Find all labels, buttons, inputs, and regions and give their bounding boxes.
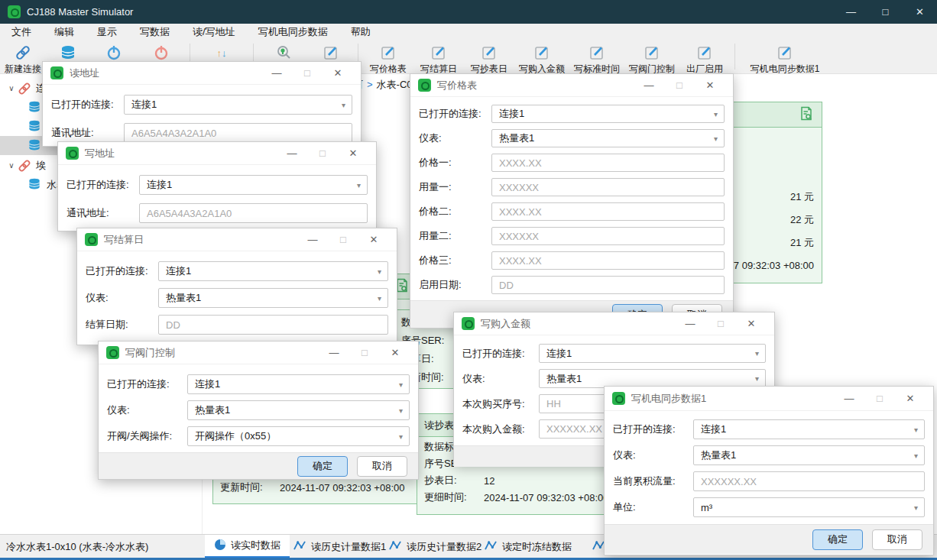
menu-view[interactable]: 显示	[86, 25, 128, 39]
enable-date-input[interactable]: DD	[491, 276, 725, 294]
chevron-down-icon[interactable]: ∨	[6, 161, 17, 170]
dialog-minimize-button[interactable]: —	[297, 234, 328, 245]
cancel-button[interactable]: 取消	[872, 529, 922, 550]
factory-enable-button[interactable]: 出厂启用	[679, 40, 730, 76]
dialog-maximize-button[interactable]: □	[328, 234, 358, 245]
dialog-titlebar[interactable]: 读地址 — □ ✕	[43, 62, 361, 85]
dialog-titlebar[interactable]: 写地址 — □ ✕	[58, 142, 376, 165]
dialog-titlebar[interactable]: 写结算日 — □ ✕	[77, 228, 397, 251]
dialog-minimize-button[interactable]: —	[634, 79, 664, 91]
connection-select[interactable]: 连接1 ▾	[693, 419, 925, 439]
dialog-maximize-button[interactable]: □	[705, 318, 736, 329]
dialog-close-button[interactable]: ✕	[323, 67, 353, 79]
connection-select[interactable]: 连接1 ▾	[158, 261, 388, 281]
connection-select[interactable]: 连接1 ▾	[539, 344, 766, 363]
connection-select[interactable]: 连接1 ▾	[139, 175, 368, 195]
dialog-close-button[interactable]: ✕	[338, 147, 368, 159]
write-sync-data-button[interactable]: 写机电同步数据1	[740, 40, 830, 76]
window-minimize-button[interactable]: —	[834, 0, 868, 24]
window-maximize-button[interactable]: □	[868, 0, 903, 24]
breadcrumb-segment[interactable]: 水表-C0	[377, 79, 413, 90]
menu-edit[interactable]: 编辑	[43, 25, 86, 39]
menu-write-data[interactable]: 写数据	[128, 25, 181, 39]
window-close-button[interactable]: ✕	[903, 0, 937, 24]
tab-history-data1[interactable]: 读历史计量数据1	[284, 535, 395, 558]
write-meter-day-button[interactable]: 写抄表日	[464, 40, 514, 76]
dialog-close-button[interactable]: ✕	[895, 393, 926, 404]
tab-history-data2[interactable]: 读历史计量数据2	[380, 535, 491, 558]
disconnect-power-button[interactable]	[138, 40, 185, 62]
dialog-maximize-button[interactable]: □	[349, 347, 380, 358]
field-label: 已打开的连接:	[462, 347, 539, 361]
write-price-table-button[interactable]: 写价格表	[363, 40, 413, 76]
search-toolbar-button[interactable]	[258, 40, 309, 62]
usage2-input[interactable]: XXXXXX	[491, 227, 725, 245]
edit-toolbar-button[interactable]	[309, 40, 353, 62]
meter-select[interactable]: 热量表1 ▾	[158, 288, 388, 308]
unit-select[interactable]: m³ ▾	[693, 497, 925, 517]
input-placeholder: DD	[499, 280, 514, 291]
new-connection-button[interactable]: 新建连接	[0, 40, 46, 76]
dialog-maximize-button[interactable]: □	[664, 79, 695, 91]
connection-select[interactable]: 连接1 ▾	[491, 105, 725, 123]
dialog-minimize-button[interactable]: —	[277, 147, 307, 159]
menu-file[interactable]: 文件	[0, 25, 43, 39]
meter-select[interactable]: 热量表1 ▾	[187, 400, 410, 420]
menu-sync-data[interactable]: 写机电同步数据	[247, 25, 339, 39]
dialog-minimize-button[interactable]: —	[834, 393, 864, 404]
dialog-minimize-button[interactable]: —	[319, 347, 349, 358]
dialog-maximize-button[interactable]: □	[292, 67, 323, 79]
edit-icon	[480, 44, 498, 62]
sort-toolbar-button[interactable]: ↑↓	[195, 40, 248, 62]
connect-power-button[interactable]	[90, 40, 138, 62]
dialog-close-button[interactable]: ✕	[358, 234, 389, 245]
doc-search-icon[interactable]	[798, 105, 815, 125]
dialog-close-button[interactable]: ✕	[736, 318, 767, 329]
write-settle-day-button[interactable]: 写结算日	[413, 40, 464, 76]
dialog-close-button[interactable]: ✕	[380, 347, 410, 358]
field-label: 已打开的连接:	[86, 264, 158, 278]
dialog-controls: — □ ✕	[834, 393, 926, 404]
chevron-down-icon[interactable]: ∨	[6, 84, 17, 92]
meter-select[interactable]: 热量表1 ▾	[491, 129, 725, 147]
write-standard-time-button[interactable]: 写标准时间	[569, 40, 624, 76]
dialog-titlebar[interactable]: 写阀门控制 — □ ✕	[99, 342, 418, 364]
connection-select[interactable]: 连接1 ▾	[124, 95, 352, 115]
cancel-button[interactable]: 取消	[357, 456, 407, 477]
database-toolbar-button[interactable]	[46, 40, 90, 62]
comm-address-input[interactable]: A6A5A4A3A2A1A0	[124, 123, 352, 143]
tree-node-label: 埃	[36, 159, 46, 173]
valve-operation-select[interactable]: 开阀操作（0x55） ▾	[187, 426, 410, 446]
ok-button[interactable]: 确定	[812, 529, 863, 550]
dialog-titlebar[interactable]: 写购入金额 — □ ✕	[454, 312, 774, 335]
dialog-titlebar[interactable]: 写价格表 — □ ✕	[410, 74, 733, 97]
menu-help[interactable]: 帮助	[339, 25, 382, 39]
dialog-close-button[interactable]: ✕	[695, 79, 725, 91]
dialog-maximize-button[interactable]: □	[864, 393, 895, 404]
write-purchase-button[interactable]: 写购入金额	[514, 40, 569, 76]
connection-select[interactable]: 连接1 ▾	[187, 374, 410, 394]
dialog-titlebar[interactable]: 写机电同步数据1 — □ ✕	[605, 387, 933, 411]
usage1-input[interactable]: XXXXXX	[491, 178, 725, 196]
edit-icon	[379, 44, 397, 62]
selected-value: 热量表1	[701, 448, 736, 462]
menu-read-write-address[interactable]: 读/写地址	[181, 25, 247, 39]
unit-row: 单位: m³ ▾	[613, 497, 925, 517]
dialog-maximize-button[interactable]: □	[307, 147, 338, 159]
price3-input[interactable]: XXXX.XX	[491, 251, 725, 270]
meter-select[interactable]: 热量表1 ▾	[693, 445, 925, 465]
dialog-minimize-button[interactable]: —	[261, 67, 292, 79]
ok-button[interactable]: 确定	[297, 456, 348, 477]
cumulative-flow-input[interactable]: XXXXXX.XX	[693, 471, 925, 491]
comm-address-input[interactable]: A6A5A4A3A2A1A0	[139, 203, 368, 223]
write-valve-button[interactable]: 写阀门控制	[624, 40, 679, 76]
dialog-minimize-button[interactable]: —	[675, 318, 705, 329]
edit-icon	[695, 44, 714, 62]
tab-timed-freeze-data[interactable]: 读定时冻结数据	[475, 535, 581, 558]
price1-input[interactable]: XXXX.XX	[491, 154, 725, 172]
settle-date-input[interactable]: DD	[158, 315, 388, 335]
edit-icon	[588, 44, 606, 62]
price2-input[interactable]: XXXX.XX	[491, 202, 725, 221]
dropdown-caret-icon: ▾	[399, 432, 403, 441]
tab-realtime-data[interactable]: 读实时数据	[205, 535, 290, 558]
